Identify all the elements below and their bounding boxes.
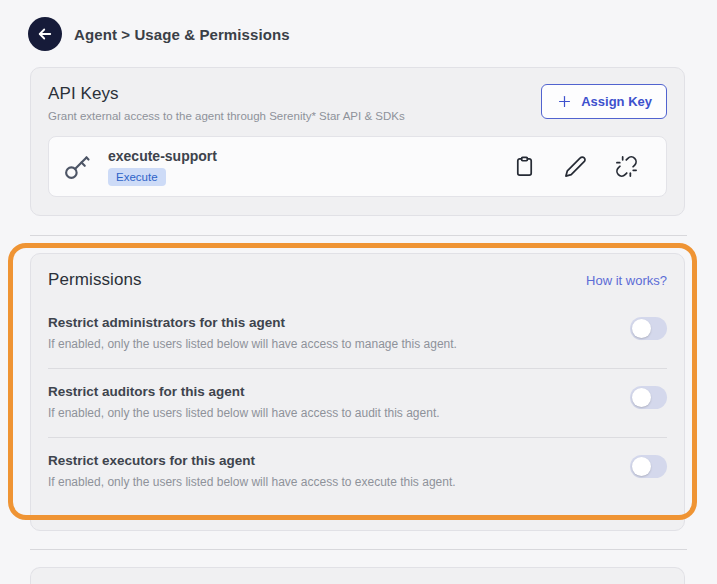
permission-texts: Restrict administrators for this agent I… xyxy=(48,315,477,351)
how-it-works-link[interactable]: How it works? xyxy=(586,273,667,288)
permission-title: Restrict executors for this agent xyxy=(48,453,456,468)
key-info: execute-support Execute xyxy=(108,148,217,186)
revoke-key-button[interactable] xyxy=(615,155,638,178)
key-name: execute-support xyxy=(108,148,217,164)
permissions-rows: Restrict administrators for this agent I… xyxy=(48,300,667,506)
permission-description: If enabled, only the users listed below … xyxy=(48,475,456,489)
unlink-icon xyxy=(615,155,638,178)
toggle-restrict-executors[interactable] xyxy=(630,455,667,478)
toggle-restrict-auditors[interactable] xyxy=(630,386,667,409)
permission-title: Restrict auditors for this agent xyxy=(48,384,440,399)
pencil-icon xyxy=(564,155,587,178)
assign-key-button[interactable]: Assign Key xyxy=(541,84,667,119)
back-button[interactable] xyxy=(28,17,62,51)
permission-row-auditors: Restrict auditors for this agent If enab… xyxy=(48,369,667,438)
permissions-header: Permissions How it works? xyxy=(48,270,667,290)
permission-texts: Restrict executors for this agent If ena… xyxy=(48,453,476,489)
copy-key-button[interactable] xyxy=(513,155,536,178)
toggle-knob xyxy=(632,319,651,338)
next-section-card-partial xyxy=(30,567,685,584)
edit-key-button[interactable] xyxy=(564,155,587,178)
permission-description: If enabled, only the users listed below … xyxy=(48,337,457,351)
toggle-knob xyxy=(632,457,651,476)
permission-description: If enabled, only the users listed below … xyxy=(48,406,440,420)
toggle-knob xyxy=(632,388,651,407)
permission-row-administrators: Restrict administrators for this agent I… xyxy=(48,300,667,369)
permission-title: Restrict administrators for this agent xyxy=(48,315,457,330)
assign-key-label: Assign Key xyxy=(581,94,652,109)
plus-icon xyxy=(556,93,573,110)
permissions-card: Permissions How it works? Restrict admin… xyxy=(30,253,685,531)
section-divider-top xyxy=(30,235,687,236)
toggle-restrict-administrators[interactable] xyxy=(630,317,667,340)
section-divider-bottom xyxy=(30,549,687,550)
key-actions xyxy=(513,155,638,178)
api-key-row: execute-support Execute xyxy=(48,136,667,197)
key-scope-badge: Execute xyxy=(108,168,166,186)
page-header: Agent > Usage & Permissions xyxy=(0,0,717,67)
breadcrumb: Agent > Usage & Permissions xyxy=(74,26,290,43)
permissions-title: Permissions xyxy=(48,270,142,290)
permission-texts: Restrict auditors for this agent If enab… xyxy=(48,384,460,420)
clipboard-icon xyxy=(513,155,536,178)
api-keys-card: API Keys Grant external access to the ag… xyxy=(30,67,685,216)
permission-row-executors: Restrict executors for this agent If ena… xyxy=(48,438,667,506)
arrow-left-icon xyxy=(36,25,54,43)
key-icon xyxy=(62,152,92,182)
